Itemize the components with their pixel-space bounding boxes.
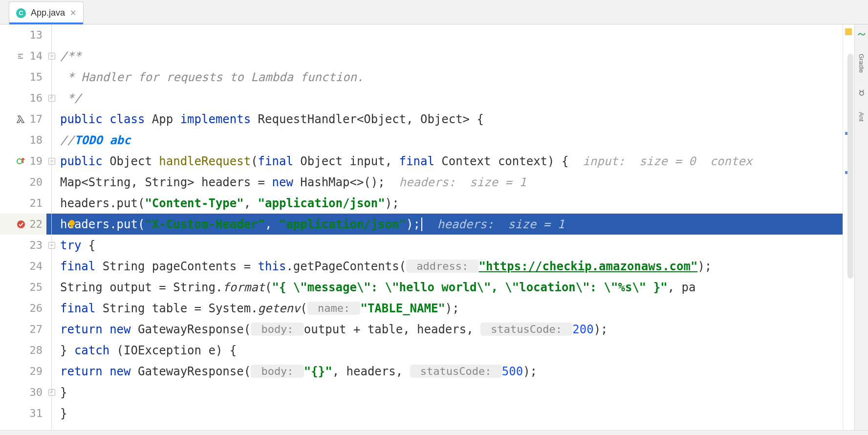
code-text: Map<String, String> headers = — [60, 175, 272, 189]
code-text: ); — [697, 260, 712, 273]
svg-line-9 — [863, 90, 864, 92]
code-text: String table = System. — [103, 302, 258, 315]
code-text: * Handler for requests to Lambda functio… — [60, 70, 364, 84]
fold-toggle-icon[interactable]: − — [48, 158, 55, 165]
code-text: public class — [60, 112, 152, 126]
code-text: final — [258, 154, 301, 168]
code-text: "application/json" — [279, 218, 406, 231]
java-class-icon: C — [16, 8, 26, 18]
line-number: 29 — [30, 365, 43, 377]
inline-hint: size = 1 — [494, 218, 564, 231]
code-text: final — [60, 302, 103, 315]
tab-app-java[interactable]: C App.java ✕ — [9, 1, 84, 24]
line-number: 30 — [30, 386, 43, 398]
override-method-icon[interactable] — [16, 156, 26, 166]
param-hint: statusCode: — [480, 323, 572, 336]
line-number: 25 — [30, 281, 43, 293]
tab-label: App.java — [31, 8, 65, 18]
code-text: HashMap<>(); — [300, 175, 385, 189]
line-number: 18 — [30, 134, 43, 146]
editor-main: 13 14 15 16 17 18 19 20 — [0, 24, 868, 430]
code-text: "{}" — [304, 365, 332, 378]
line-number: 19 — [30, 155, 43, 167]
param-hint: address: — [406, 260, 478, 273]
breakpoint-hit-icon[interactable] — [16, 219, 26, 229]
code-text: ( — [265, 281, 272, 294]
ant-tool-icon[interactable] — [857, 87, 867, 97]
code-text: App — [152, 112, 180, 126]
status-bar — [0, 430, 868, 435]
param-hint: body: — [251, 365, 304, 378]
scrollbar-thumb[interactable] — [847, 54, 853, 279]
code-text: /** — [60, 49, 81, 63]
code-text: final — [399, 154, 442, 168]
line-number: 28 — [30, 344, 43, 356]
code-text: ( — [300, 302, 307, 315]
svg-point-4 — [17, 220, 25, 228]
code-text: // — [60, 133, 74, 147]
fold-toggle-icon[interactable]: − — [48, 53, 55, 60]
line-number: 27 — [30, 323, 43, 335]
code-text: Object input, — [300, 154, 399, 168]
code-text: final — [60, 260, 103, 273]
code-text: ); — [523, 365, 537, 378]
code-text: ); — [445, 302, 459, 315]
code-text: RequestHandler<Object, Object> { — [258, 112, 484, 126]
fold-end-icon[interactable]: ┘ — [48, 95, 55, 102]
line-number: 17 — [30, 113, 43, 125]
gradle-tool-icon[interactable] — [857, 29, 867, 39]
code-text: , — [244, 196, 258, 210]
code-text: implements — [180, 112, 258, 126]
code-text: GatewayResponse( — [138, 323, 251, 336]
code-text: */ — [60, 91, 81, 105]
fold-toggle-icon[interactable]: − — [48, 242, 55, 249]
code-text: return new — [60, 323, 138, 336]
intention-bulb-icon[interactable] — [67, 219, 77, 229]
line-number: 24 — [30, 260, 43, 272]
code-text: { — [88, 239, 95, 252]
code-text: try — [60, 239, 88, 252]
tool-window-stripe: Gradle Ant — [854, 24, 868, 430]
tab-bar: C App.java ✕ — [0, 0, 868, 24]
collapse-indicator-icon — [16, 51, 26, 61]
code-text: Context context) { — [441, 154, 568, 168]
code-text: TODO abc — [74, 133, 131, 147]
inline-hint: headers: — [385, 175, 456, 189]
code-text: } — [60, 407, 67, 420]
code-text: headers.put( — [60, 196, 145, 210]
line-number: 14 — [30, 50, 43, 62]
code-text: , headers, — [332, 365, 410, 378]
code-text: "application/json" — [258, 196, 385, 210]
code-area[interactable]: /** * Handler for requests to Lambda fun… — [57, 24, 843, 430]
fold-column[interactable]: − ┘ − − ┘ — [46, 24, 57, 430]
fold-end-icon[interactable]: ┘ — [48, 389, 55, 396]
close-icon[interactable]: ✕ — [70, 8, 76, 18]
svg-rect-6 — [70, 226, 73, 228]
error-stripe[interactable] — [843, 24, 854, 430]
code-text: "TABLE_NAME" — [360, 302, 445, 315]
inline-hint: input: — [568, 154, 625, 168]
code-text: .getPageContents( — [286, 260, 406, 273]
line-number: 13 — [30, 29, 43, 41]
code-text: String output = String. — [60, 281, 222, 294]
line-number-gutter[interactable]: 13 14 15 16 17 18 19 20 — [0, 24, 46, 430]
inspection-status-icon[interactable] — [845, 28, 852, 35]
line-number: 21 — [30, 197, 43, 209]
tool-label[interactable]: Gradle — [858, 54, 865, 73]
tool-label[interactable]: Ant — [858, 112, 865, 122]
code-text: "Content-Type" — [145, 196, 243, 210]
code-text: handleRequest — [159, 154, 251, 168]
inline-hint: contex — [696, 154, 753, 168]
inline-hint: size = 1 — [456, 175, 526, 189]
line-number: 20 — [30, 176, 43, 188]
code-text: catch — [74, 344, 117, 357]
code-text: } — [60, 386, 67, 399]
line-number: 15 — [30, 71, 43, 83]
text-caret — [421, 218, 422, 231]
inline-hint: size = 0 — [625, 154, 696, 168]
svg-line-8 — [860, 90, 861, 92]
line-number: 26 — [30, 302, 43, 314]
lambda-icon[interactable] — [16, 114, 26, 124]
line-number: 22 — [30, 218, 43, 230]
code-text: ); — [385, 196, 399, 210]
